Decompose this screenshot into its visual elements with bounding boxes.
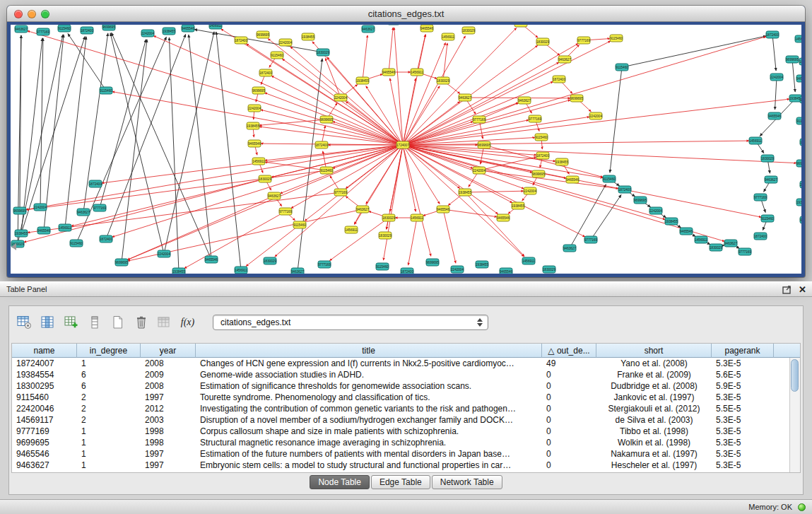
graph-node[interactable]: 9699695 — [426, 259, 439, 266]
graph-edge[interactable] — [775, 77, 777, 110]
graph-node[interactable]: 2242004 — [158, 250, 170, 257]
graph-node[interactable]: 9115460 — [610, 35, 623, 42]
column-header-out_de[interactable]: △ out_de... — [542, 344, 596, 358]
graph-node[interactable]: 9699695 — [115, 259, 128, 266]
graph-node[interactable]: 1724007 — [396, 141, 409, 148]
graph-node[interactable]: 1938455 — [796, 199, 801, 206]
column-header-name[interactable]: name — [12, 344, 77, 358]
graph-node[interactable]: 2242004 — [770, 74, 783, 81]
graph-edge[interactable] — [280, 145, 403, 194]
graph-node[interactable]: 9115460 — [616, 64, 628, 71]
graph-node[interactable]: 9699695 — [786, 56, 799, 63]
graph-node[interactable]: 1456911 — [235, 267, 247, 274]
graph-node[interactable]: 1872400 — [315, 141, 328, 148]
graph-node[interactable]: 1830029 — [379, 232, 392, 239]
graph-node[interactable]: 1456911 — [442, 33, 454, 40]
graph-node[interactable]: 2242004 — [451, 266, 464, 273]
graph-edge[interactable] — [389, 28, 393, 72]
network-canvas[interactable]: 1724007 9699695 2242004 1938455 9465546 … — [11, 25, 801, 274]
graph-node[interactable]: 2242004 — [34, 204, 47, 211]
graph-node[interactable]: 9777169 — [529, 115, 541, 122]
graph-node[interactable]: 9463627 — [291, 268, 304, 274]
graph-edge[interactable] — [169, 37, 179, 271]
graph-node[interactable]: 1830029 — [317, 49, 329, 56]
graph-node[interactable]: 9465546 — [566, 176, 579, 183]
zoom-button[interactable] — [41, 10, 49, 18]
graph-node[interactable]: 9777169 — [37, 28, 49, 35]
graph-node[interactable]: 9115460 — [603, 175, 616, 182]
graph-node[interactable]: 9699695 — [102, 25, 115, 30]
graph-node[interactable]: 9115460 — [376, 263, 389, 270]
graph-edge[interactable] — [122, 40, 147, 262]
graph-node[interactable]: 1872400 — [81, 27, 93, 34]
graph-edge[interactable] — [403, 37, 766, 145]
graph-node[interactable]: 9777169 — [577, 37, 590, 44]
graph-node[interactable]: 2242004 — [141, 30, 154, 37]
graph-node[interactable]: 1938455 — [163, 28, 175, 35]
graph-edge[interactable] — [216, 32, 241, 270]
graph-node[interactable]: 1872400 — [754, 233, 767, 240]
graph-node[interactable]: 1456911 — [749, 137, 762, 144]
window-titlebar[interactable]: citations_edges.txt — [7, 6, 805, 22]
graph-edge[interactable] — [443, 209, 456, 263]
table-row[interactable]: 946554611997Estimation of the future num… — [12, 448, 800, 460]
graph-edge[interactable] — [443, 209, 497, 217]
graph-edge[interactable] — [403, 99, 789, 145]
graph-edge[interactable] — [403, 145, 761, 217]
column-header-title[interactable]: title — [196, 344, 542, 358]
graph-edge[interactable] — [268, 39, 403, 145]
graph-node[interactable]: 1456911 — [59, 224, 71, 231]
graph-edge[interactable] — [164, 32, 214, 254]
graph-edge[interactable] — [68, 34, 106, 91]
graph-edge[interactable] — [271, 76, 403, 145]
graph-node[interactable]: 9699695 — [570, 95, 583, 102]
tab-network-table[interactable]: Network Table — [432, 475, 502, 489]
graph-node[interactable]: 1872400 — [89, 180, 102, 187]
graph-edge[interactable] — [443, 43, 447, 81]
graph-edge[interactable] — [408, 218, 417, 265]
graph-node[interactable]: 9699695 — [13, 207, 26, 214]
table-mode-button[interactable] — [15, 313, 34, 332]
graph-node[interactable]: 1830029 — [799, 58, 801, 65]
graph-edge[interactable] — [622, 36, 766, 67]
minimize-button[interactable] — [28, 10, 36, 18]
graph-node[interactable]: 1830029 — [536, 38, 549, 45]
graph-edge[interactable] — [403, 35, 425, 145]
graph-node[interactable]: 2242004 — [800, 181, 801, 188]
graph-node[interactable]: 9463627 — [563, 245, 576, 252]
graph-node[interactable]: 1872400 — [536, 152, 549, 159]
graph-node[interactable]: 1830029 — [437, 77, 449, 84]
graph-node[interactable]: 9463627 — [77, 209, 90, 216]
graph-node[interactable]: 9115460 — [100, 87, 112, 94]
graph-node[interactable]: 9463627 — [796, 75, 801, 82]
graph-node[interactable]: 9463627 — [459, 94, 471, 101]
graph-node[interactable]: 9699695 — [257, 31, 269, 38]
graph-node[interactable]: 9777169 — [584, 236, 597, 243]
graph-edge[interactable] — [40, 38, 43, 207]
graph-node[interactable]: 1456911 — [411, 69, 423, 76]
column-header-in_degree[interactable]: in_degree — [77, 344, 141, 358]
graph-node[interactable]: 9465546 — [500, 268, 512, 274]
graph-node[interactable]: 9465546 — [800, 216, 801, 223]
graph-node[interactable]: 1456911 — [514, 25, 527, 27]
graph-node[interactable]: 1938455 — [356, 77, 369, 84]
graph-node[interactable]: 9777169 — [334, 189, 347, 196]
graph-node[interactable]: 1456911 — [252, 158, 265, 165]
graph-node[interactable]: 9699695 — [796, 160, 801, 167]
graph-node[interactable]: 9465546 — [420, 25, 433, 32]
graph-node[interactable]: 1830029 — [710, 244, 722, 251]
add-column-button[interactable] — [61, 313, 81, 332]
graph-node[interactable]: 9115460 — [535, 134, 548, 141]
scrollbar-thumb[interactable] — [791, 359, 799, 392]
table-row[interactable]: 1830029562008Estimation of significance … — [12, 380, 800, 392]
graph-node[interactable]: 9699695 — [320, 116, 333, 123]
graph-node[interactable]: 1938455 — [459, 189, 471, 196]
graph-node[interactable]: 9465546 — [382, 69, 395, 76]
row-selection-button[interactable] — [85, 313, 104, 332]
graph-edge[interactable] — [403, 145, 431, 256]
graph-node[interactable]: 9465546 — [768, 112, 781, 119]
graph-node[interactable]: 9777169 — [739, 248, 751, 255]
graph-node[interactable]: 9699695 — [478, 141, 490, 148]
graph-node[interactable]: 2242004 — [248, 105, 261, 112]
graph-node[interactable]: 2242004 — [589, 112, 602, 119]
